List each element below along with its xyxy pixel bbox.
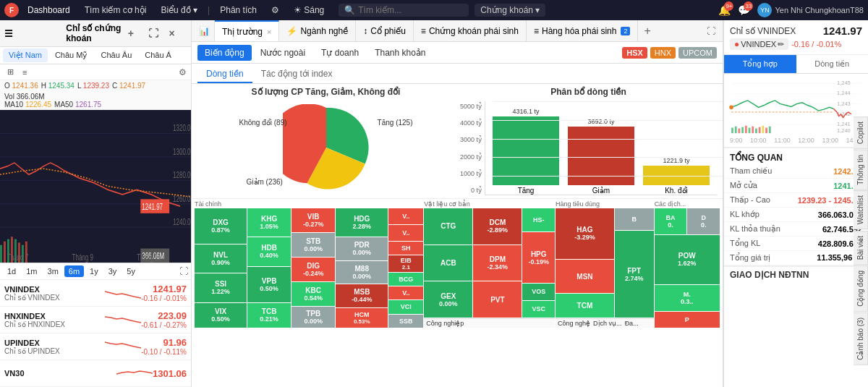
cell-vix[interactable]: VIX0.50% <box>195 303 247 328</box>
tab-thi-truong[interactable]: Thị trường × <box>215 20 279 41</box>
toolbar-btn-1[interactable]: ⊞ <box>4 66 17 78</box>
hamburger-icon[interactable]: ☰ <box>4 28 63 39</box>
cell-hdb[interactable]: HDB0.40% <box>247 237 291 265</box>
side-tab-watchlist[interactable]: Watchlist <box>854 190 868 229</box>
app-logo[interactable]: F <box>4 3 19 17</box>
cell-ssi[interactable]: SSI1.22% <box>195 273 247 302</box>
cell-vos[interactable]: VOS <box>522 284 555 300</box>
cell-nvl[interactable]: NVL0.90% <box>195 244 247 273</box>
cell-m88[interactable]: M880.00% <box>336 261 388 284</box>
cell-bcg[interactable]: BCG <box>388 273 423 286</box>
period-1m[interactable]: 1m <box>22 265 41 277</box>
add-tab-btn[interactable]: + <box>638 22 656 41</box>
tab-chkps[interactable]: ≡ Chứng khoán phái sinh <box>414 20 527 41</box>
cell-sh[interactable]: SH <box>388 242 423 255</box>
cell-hcm[interactable]: HCM0.53% <box>336 308 388 328</box>
expand-left-btn[interactable]: ⛶ <box>148 27 166 39</box>
cell-hdg[interactable]: HDG2.28% <box>336 208 388 237</box>
cell-ba[interactable]: B <box>615 208 654 230</box>
tab-nganh-nghe[interactable]: ⚡ Ngành nghề <box>279 20 356 41</box>
index-item-hnxindex[interactable]: HNXINDEX Chỉ số HNXINDEX 223.09 -0.61 / … <box>0 307 191 333</box>
cell-pdr[interactable]: PDR0.00% <box>336 237 388 260</box>
cell-kbc[interactable]: KBC0.54% <box>292 282 335 306</box>
nav-settings[interactable]: ⚙ <box>265 4 285 17</box>
inner-tab-tac-dong[interactable]: Tác động tới index <box>252 66 341 83</box>
cell-hs[interactable]: HS- <box>522 208 555 231</box>
cell-vpb[interactable]: VPB0.50% <box>247 267 291 302</box>
cell-vre[interactable]: V.. <box>388 208 423 224</box>
cell-hag[interactable]: HAG-3.29% <box>556 208 614 259</box>
period-3m[interactable]: 3m <box>43 265 63 277</box>
side-tab-bai-viet[interactable]: Bài viết <box>854 231 868 265</box>
user-profile[interactable]: YN Yen Nhi ChungkhoanT88 <box>757 3 864 17</box>
cell-vr2[interactable]: V.. <box>388 225 423 241</box>
period-1d[interactable]: 1d <box>3 265 20 277</box>
cell-p[interactable]: P <box>655 312 720 328</box>
region-america[interactable]: Châu Mỹ <box>49 48 94 62</box>
subtab-bien-dong[interactable]: Biến động <box>197 45 252 61</box>
period-6m[interactable]: 6m <box>64 265 84 277</box>
cell-msn[interactable]: MSN <box>556 260 614 294</box>
index-item-vn30[interactable]: VN30 1301.06 <box>0 360 191 387</box>
expand-chart-icon[interactable]: ⛶ <box>179 266 188 276</box>
hsx-badge[interactable]: HSX <box>622 47 647 59</box>
cell-vci[interactable]: VCI <box>388 300 423 313</box>
cell-ssb[interactable]: SSB <box>388 315 423 328</box>
nav-dashboard[interactable]: Dashboard <box>22 4 76 17</box>
expand-mid-btn[interactable]: ⛶ <box>702 23 720 39</box>
cell-tpb[interactable]: TPB0.00% <box>292 307 335 328</box>
period-3y[interactable]: 3y <box>104 265 122 277</box>
toolbar-btn-2[interactable]: ≡ <box>20 67 30 78</box>
tab-hhps[interactable]: ≡ Hàng hóa phái sinh 2 <box>527 20 638 41</box>
add-watchlist-btn[interactable]: + <box>128 27 145 39</box>
cell-d[interactable]: D0. <box>687 208 720 234</box>
subtab-nuoc-ngoai[interactable]: Nước ngoài <box>253 45 312 61</box>
hnx-badge[interactable]: HNX <box>650 47 676 59</box>
cell-hpg[interactable]: HPG-0.19% <box>522 232 555 282</box>
cell-pvt[interactable]: PVT <box>473 281 522 318</box>
subtab-tu-doanh[interactable]: Tự doanh <box>314 45 366 61</box>
region-asia[interactable]: Châu Á <box>139 48 177 62</box>
cell-tcb[interactable]: TCB0.21% <box>247 303 291 328</box>
right-tab-tong-hop[interactable]: Tổng hợp <box>724 55 796 73</box>
right-tab-dong-tien[interactable]: Dòng tiền <box>796 55 869 73</box>
side-tab-cong-dong[interactable]: Cộng đồng <box>854 265 868 312</box>
close-left-btn[interactable]: × <box>169 27 187 39</box>
cell-dxg[interactable]: DXG0.87% <box>195 208 247 244</box>
cell-vib[interactable]: VIB-0.27% <box>292 208 335 232</box>
cell-dcm[interactable]: DCM-2.89% <box>473 208 522 244</box>
cell-khg[interactable]: KHG1.05% <box>247 208 291 237</box>
side-tab-canh-bao[interactable]: Cảnh báo (3) <box>854 312 868 365</box>
index-item-vnindex[interactable]: VNINDEX Chỉ số VNINDEX 1241.97 -0.16 / -… <box>0 280 191 307</box>
chat-btn[interactable]: 💬 33 <box>738 4 750 16</box>
period-5y[interactable]: 5y <box>122 265 140 277</box>
cell-tcm[interactable]: TCM <box>556 294 614 318</box>
side-tab-copilot[interactable]: Copilot <box>854 116 868 149</box>
index-item-upindex[interactable]: UPINDEX Chỉ số UPINDEX 91.96 -0.10 / -0.… <box>0 333 191 360</box>
nav-search[interactable]: Tìm kiếm cơ hội <box>79 4 153 17</box>
cell-ctg[interactable]: CTG <box>424 208 472 244</box>
cell-dig[interactable]: DIG-0.24% <box>292 258 335 281</box>
cell-dpm[interactable]: DPM-2.34% <box>473 245 522 281</box>
region-europe[interactable]: Châu Âu <box>95 48 137 62</box>
nav-theme[interactable]: ☀ Sáng <box>288 4 330 17</box>
cell-stb[interactable]: STB0.00% <box>292 233 335 257</box>
market-dropdown[interactable]: Chứng khoán ▾ <box>475 4 545 17</box>
cell-msb[interactable]: MSB-0.44% <box>336 284 388 307</box>
subtab-thanh-khoan[interactable]: Thanh khoản <box>367 45 433 61</box>
edit-icon[interactable]: ✏ <box>778 40 784 49</box>
nav-chart[interactable]: Biểu đồ ▾ <box>155 4 203 17</box>
notification-btn[interactable]: 🔔 9+ <box>718 4 731 16</box>
cell-gex[interactable]: GEX0.00% <box>424 281 472 318</box>
tab-co-phieu[interactable]: ↕ Cổ phiếu <box>356 20 414 41</box>
period-1y[interactable]: 1y <box>85 265 103 277</box>
search-input[interactable] <box>358 5 463 15</box>
upcom-badge[interactable]: UPCOM <box>678 47 717 59</box>
cell-ba2[interactable]: BA0. <box>655 208 687 234</box>
gear-icon[interactable]: ⚙ <box>179 67 187 77</box>
cell-v3[interactable]: V.. <box>388 286 423 299</box>
inner-tab-dong-tien[interactable]: Dòng tiền <box>197 66 252 83</box>
cell-fpt[interactable]: FPT2.74% <box>615 231 654 318</box>
region-vietnam[interactable]: Việt Nam <box>3 48 48 62</box>
cell-eib[interactable]: EIB2.1 <box>388 255 423 271</box>
